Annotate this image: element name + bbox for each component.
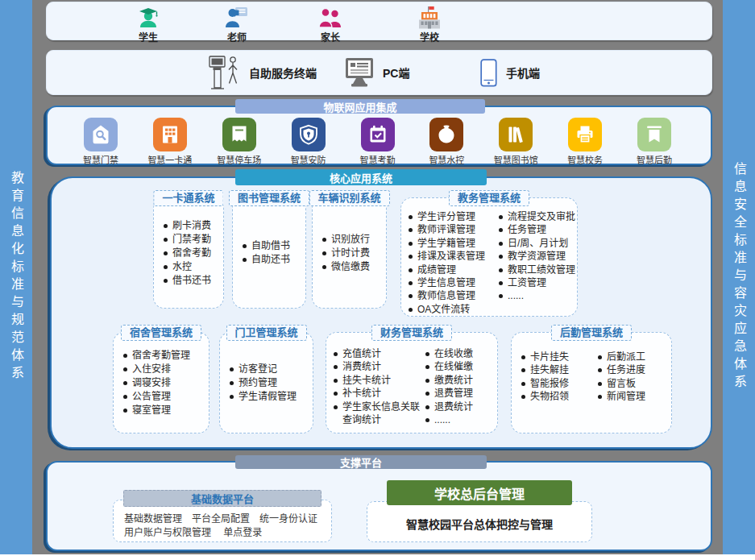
list-item-text: 流程提交及审批	[508, 210, 575, 223]
system-box-gate: 门卫管理系统 访客登记预约管理学生请假管理	[219, 332, 313, 433]
bullet-icon	[499, 268, 503, 272]
admin-backend-title: 学校总后台管理	[387, 480, 572, 505]
list-item: 入住安排	[123, 363, 205, 376]
system-box-library: 图书管理系统 自助借书自助还书	[232, 197, 306, 309]
list-item-text: ......	[508, 289, 524, 302]
admin-backend-body: 智慧校园平台总体把控与管理	[367, 502, 591, 532]
list-item-text: 学生学籍管理	[417, 237, 475, 250]
terminal-label: 自助服务终端	[249, 64, 317, 81]
list-item: ......	[499, 289, 575, 302]
core-section-header: 核心应用系统	[235, 169, 487, 185]
system-item-list: 访客登记预约管理学生请假管理	[220, 333, 313, 433]
list-item: 借书还书	[164, 274, 220, 288]
bullet-icon	[409, 281, 413, 285]
list-item: 自助还书	[243, 253, 302, 267]
list-item: 刷卡消费	[164, 219, 220, 233]
left-standard-sidebar: 教育信息化标准与规范体系	[0, 0, 32, 554]
bullet-icon	[334, 392, 338, 396]
list-item: 失物招领	[521, 390, 598, 403]
bullet-icon	[425, 352, 429, 356]
list-item: 学生家长信息关联查询统计	[334, 400, 425, 427]
list-item-text: 预约管理	[239, 376, 277, 390]
list-item: ......	[425, 413, 496, 426]
list-item-text: 退费管理	[434, 387, 473, 400]
list-item: 消费统计	[334, 360, 425, 373]
list-item-text: 宿舍考勤管理	[132, 349, 190, 363]
bullet-icon	[409, 308, 413, 312]
list-item-text: 自助借书	[251, 239, 290, 253]
bullet-icon	[322, 251, 326, 255]
list-item: 在线收缴	[425, 347, 496, 360]
parking-icon	[222, 118, 256, 151]
bullet-icon	[123, 381, 127, 385]
list-item: 寝室管理	[123, 404, 205, 417]
list-item: 学生信息管理	[409, 276, 499, 289]
bullet-icon	[425, 379, 429, 383]
base-data-line1: 基础数据管理 平台全局配置 统一身份认证	[124, 513, 317, 525]
iot-item-water-control: 智慧水控	[414, 118, 479, 166]
bullet-icon	[164, 279, 168, 283]
list-item: 智能报修	[521, 377, 598, 390]
list-item-text: 任务管理	[508, 223, 546, 236]
list-item: 留言板	[598, 377, 670, 390]
iot-item-label: 智慧校务	[553, 153, 617, 166]
bullet-icon	[409, 228, 413, 232]
list-item-text: 公告管理	[132, 390, 171, 404]
list-item: 任务管理	[499, 223, 575, 236]
list-item-text: 寝室管理	[132, 404, 171, 417]
list-item: 公告管理	[123, 390, 205, 404]
list-item: 缴费统计	[425, 374, 496, 387]
list-item-text: 自助还书	[251, 253, 290, 267]
iot-item-label: 智慧考勤	[346, 153, 410, 166]
list-item: 学生请假管理	[230, 390, 309, 404]
system-box-dorm: 宿舍管理系统 宿舍考勤管理入住安排调寝安排公告管理寝室管理	[113, 332, 209, 433]
bullet-icon	[425, 365, 429, 369]
bullet-icon	[230, 395, 234, 399]
system-box-onecard: 一卡通系统 刷卡消费门禁考勤宿舍考勤水控借书还书	[153, 197, 224, 309]
system-title: 宿舍管理系统	[121, 325, 201, 341]
bullet-icon	[334, 405, 338, 409]
system-item-list: 刷卡消费门禁考勤宿舍考勤水控借书还书	[154, 198, 223, 308]
list-item-text: 教师信息管理	[417, 289, 475, 302]
list-item: 在线催缴	[425, 360, 496, 373]
bullet-icon	[164, 251, 168, 255]
list-item-text: 调寝安排	[132, 376, 171, 390]
iot-item-label: 智慧停车场	[207, 153, 272, 166]
iot-item-label: 智慧一卡通	[138, 153, 202, 166]
system-title: 教务管理系统	[449, 190, 529, 206]
terminal-group-mobile: 手机端	[480, 51, 540, 94]
list-item: 任务进度	[598, 363, 670, 376]
system-title: 图书管理系统	[229, 190, 309, 206]
list-item-text: 失物招领	[530, 390, 569, 403]
system-item-list: 学生评分管理教师评课管理学生学籍管理排课及课表管理成绩管理学生信息管理教师信息管…	[409, 210, 499, 313]
admin-backend-box: 智慧校园平台总体把控与管理	[367, 501, 592, 542]
iot-item-label: 智慧图书馆	[483, 153, 548, 166]
bullet-icon	[123, 367, 127, 371]
terminals-panel: 自助服务终端 PC端	[46, 50, 712, 95]
base-data-line2: 用户账户与权限管理 单点登录	[124, 527, 262, 538]
school-icon	[400, 6, 458, 30]
list-item: 自助借书	[243, 239, 302, 253]
list-item: 退费统计	[425, 400, 496, 413]
support-section-header: 支撑平台	[235, 455, 487, 469]
list-item: 教师评课管理	[409, 223, 499, 236]
system-title: 后勤管理系统	[551, 325, 632, 341]
list-item: 计时计费	[322, 247, 383, 260]
bullet-icon	[164, 265, 168, 269]
list-item-text: 学生信息管理	[417, 276, 475, 289]
list-item-text: 入住安排	[132, 363, 171, 376]
list-item-text: 借书还书	[172, 274, 211, 288]
school-affairs-icon	[568, 118, 602, 151]
bullet-icon	[598, 368, 602, 372]
list-item: 识别放行	[322, 233, 383, 247]
list-item: 访客登记	[230, 363, 309, 376]
list-item: 门禁考勤	[164, 233, 220, 247]
iot-item-label: 智慧安防	[276, 153, 341, 166]
iot-item-label: 智慧水控	[414, 153, 479, 166]
list-item-text: 微信缴费	[331, 260, 370, 274]
bullet-icon	[230, 367, 234, 371]
user-group-school: 学校	[400, 6, 458, 44]
list-item-text: 刷卡消费	[172, 219, 211, 233]
iot-items-row: 智慧门禁 智慧一卡通	[68, 118, 687, 166]
list-item-text: 成绩管理	[417, 263, 456, 276]
